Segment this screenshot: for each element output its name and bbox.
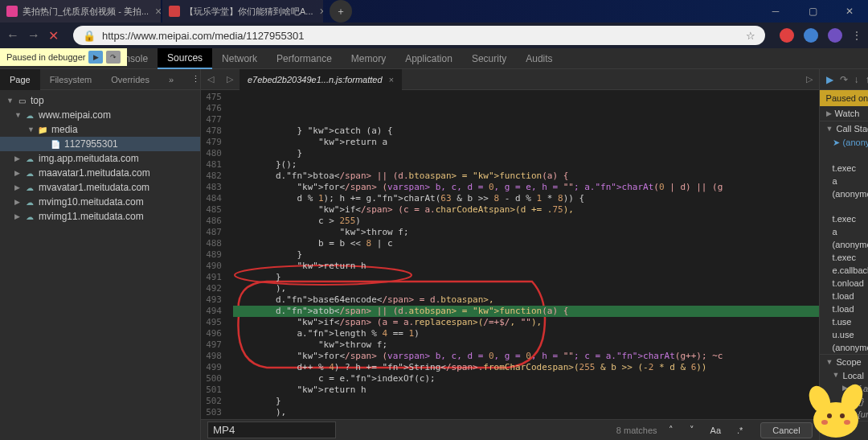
step-over-button[interactable]: ↷ xyxy=(106,51,121,64)
next-match-button[interactable]: ˅ xyxy=(685,423,699,437)
step-into-icon[interactable]: ↓ xyxy=(854,74,859,85)
stack-frame[interactable]: u.usesite.min.js?20160113:6 xyxy=(820,328,868,341)
url-input[interactable]: 🔒 https://www.meipai.com/media/112795530… xyxy=(73,26,765,45)
stop-button[interactable]: ✕ xyxy=(48,28,59,43)
code-tab-label: e7ebed2b20349e1...n.js:formatted xyxy=(248,75,383,84)
browser-tab-1[interactable]: 【玩乐学堂】你们能猜到啥吧A... × xyxy=(162,0,323,23)
stack-frame[interactable]: t.loadsite.min.js?20160113:6 xyxy=(820,290,868,302)
minimize-button[interactable]: ─ xyxy=(757,0,794,23)
next-icon[interactable]: ▷ xyxy=(220,74,240,84)
url-text: https://www.meipai.com/media/1127955301 xyxy=(102,30,304,42)
debug-paused-bar: Paused in debugger ▶ ↷ xyxy=(0,48,127,66)
nav-tab-page[interactable]: Page xyxy=(0,69,40,90)
stack-frame[interactable]: t.loadsite.min.js?20160113:6 xyxy=(820,302,868,315)
scope-section[interactable]: ▼Scope xyxy=(820,355,868,369)
tab-network[interactable]: Network xyxy=(212,48,267,69)
close-icon[interactable]: × xyxy=(320,5,323,18)
bookmark-icon[interactable]: ☆ xyxy=(746,30,755,42)
stack-frame[interactable]: e7ebed2b20349e1...formatted:817 xyxy=(820,200,868,212)
tree-item[interactable]: ▼📁media xyxy=(0,122,200,137)
code-editor: ◁ ▷ e7ebed2b20349e1...n.js:formatted × ▷… xyxy=(201,69,819,440)
stack-frame[interactable]: e.callbacksite.min.js?20160113:6 xyxy=(820,264,868,277)
more-icon[interactable]: » xyxy=(159,69,183,90)
callstack-section[interactable]: ▼Call Stack xyxy=(820,121,868,136)
tree-item[interactable]: ▶☁mvavatar1.meitudata.com xyxy=(0,180,200,195)
nav-tab-filesystem[interactable]: Filesystem xyxy=(40,69,102,90)
stack-frame[interactable]: t.execsite.min.js?20160113:6 xyxy=(820,212,868,225)
stack-frame[interactable]: t.execsite.min.js?20160113:6 xyxy=(820,162,868,175)
tree-item[interactable]: ▶☁img.app.meitudata.com xyxy=(0,151,200,166)
debugger-sidebar: ▶ ↷ ↓ ↑ → ⬡ ⏸ Paused on breakpoint ▶Watc… xyxy=(819,69,868,440)
scope-local[interactable]: ▼Local xyxy=(820,369,868,382)
stack-frame[interactable]: t.usesite.min.js?20160113:6 xyxy=(820,315,868,328)
stack-frame[interactable]: t.onloadsite.min.js?20160113:6 xyxy=(820,277,868,290)
stack-frame[interactable]: t.execsite.min.js?20160113:6 xyxy=(820,251,868,264)
stack-frame[interactable]: asite.min.js?20160113:6 xyxy=(820,225,868,238)
resume-button[interactable]: ▶ xyxy=(88,51,103,64)
debug-message: Paused in debugger xyxy=(6,52,85,62)
tree-item[interactable]: ▶☁maavatar1.meitudata.com xyxy=(0,166,200,180)
tab-sources[interactable]: Sources xyxy=(158,48,212,69)
stack-frame[interactable]: (anonymous)1127955301:596 xyxy=(820,238,868,251)
tab-memory[interactable]: Memory xyxy=(342,48,395,69)
back-button[interactable]: ← xyxy=(6,28,19,43)
stack-frame[interactable]: (anonymous)1127955301:1 xyxy=(820,341,868,354)
regex-toggle[interactable]: .* xyxy=(732,424,747,437)
paused-banner: Paused on breakpoint xyxy=(820,90,868,106)
resume-icon[interactable]: ▶ xyxy=(826,74,833,85)
tab-audits[interactable]: Audits xyxy=(516,48,562,69)
extension-icon[interactable] xyxy=(780,28,794,43)
url-bar: ← → ✕ 🔒 https://www.meipai.com/media/112… xyxy=(0,23,868,48)
tree-item[interactable]: 📄1127955301 xyxy=(0,137,200,151)
lock-icon: 🔒 xyxy=(83,30,96,42)
profile-icon[interactable] xyxy=(828,28,842,43)
cancel-button[interactable]: Cancel xyxy=(760,422,812,438)
search-input[interactable] xyxy=(207,421,336,438)
step-out-icon[interactable]: ↑ xyxy=(866,74,868,85)
tab-favicon-icon xyxy=(6,6,18,17)
tab-performance[interactable]: Performance xyxy=(267,48,342,69)
nav-tab-overrides[interactable]: Overrides xyxy=(101,69,159,90)
close-icon[interactable]: × xyxy=(389,75,394,84)
file-navigator: Page Filesystem Overrides » ⋮ ▼▭top▼☁www… xyxy=(0,69,201,440)
browser-titlebar: 美拍热门_优质原创视频 - 美拍... × 【玩乐学堂】你们能猜到啥吧A... … xyxy=(0,0,868,23)
close-button[interactable]: ✕ xyxy=(831,0,868,23)
scope-var[interactable]: ▶c: {uri: "https://im xyxy=(820,408,868,421)
tab-favicon-icon xyxy=(169,6,180,17)
code-file-tab[interactable]: e7ebed2b20349e1...n.js:formatted × xyxy=(240,69,402,90)
tab-title: 美拍热门_优质原创视频 - 美拍... xyxy=(23,6,149,18)
close-icon[interactable]: × xyxy=(155,5,161,18)
search-matches: 8 matches xyxy=(616,426,657,435)
stack-frame[interactable]: e7ebed2b20349e1...formatted:6293 xyxy=(820,150,868,162)
scope-var[interactable]: ▶b: {} xyxy=(820,395,868,408)
tab-application[interactable]: Application xyxy=(395,48,462,69)
stack-frame[interactable]: ➤(anonymous) xyxy=(820,136,868,150)
prev-match-button[interactable]: ˄ xyxy=(664,423,678,437)
tree-item[interactable]: ▶☁mvimg10.meitudata.com xyxy=(0,195,200,209)
devtools-tabs: ⬚ ▭ Elements Console Sources Network Per… xyxy=(0,48,868,69)
stack-frame[interactable]: (anonymous) xyxy=(820,187,868,200)
tree-root[interactable]: ▼▭top xyxy=(0,93,200,108)
search-bar: 8 matches ˄ ˅ Aa .* Cancel xyxy=(201,419,819,440)
tab-title: 【玩乐学堂】你们能猜到啥吧A... xyxy=(185,6,313,18)
devtools-panel: ⬚ ▭ Elements Console Sources Network Per… xyxy=(0,48,868,440)
extension-icon[interactable] xyxy=(804,28,818,43)
new-tab-button[interactable]: ＋ xyxy=(330,0,352,23)
menu-icon[interactable]: ⋮ xyxy=(852,30,862,41)
tree-item[interactable]: ▶☁mvimg11.meitudata.com xyxy=(0,209,200,224)
case-toggle[interactable]: Aa xyxy=(706,424,726,437)
stack-frame[interactable]: asite.min.js?20160113:6 xyxy=(820,175,868,187)
step-over-icon[interactable]: ↷ xyxy=(840,74,848,85)
tab-security[interactable]: Security xyxy=(462,48,516,69)
window-controls: ─ ▢ ✕ xyxy=(757,0,868,23)
line-numbers: 4754764774784794804814824834844854864874… xyxy=(201,90,227,419)
forward-button[interactable]: → xyxy=(27,28,40,43)
watch-section[interactable]: ▶Watch xyxy=(820,106,868,121)
prev-icon[interactable]: ◁ xyxy=(201,74,220,84)
code-content[interactable]: } "kw">catch (a) { "kw">return a } }(); … xyxy=(227,90,819,419)
maximize-button[interactable]: ▢ xyxy=(794,0,831,23)
tree-item[interactable]: ▼☁www.meipai.com xyxy=(0,108,200,122)
browser-tab-0[interactable]: 美拍热门_优质原创视频 - 美拍... × xyxy=(0,0,161,23)
scope-var[interactable]: ▶a: f a(b) xyxy=(820,382,868,395)
more-icon[interactable]: ▷ xyxy=(800,74,819,84)
